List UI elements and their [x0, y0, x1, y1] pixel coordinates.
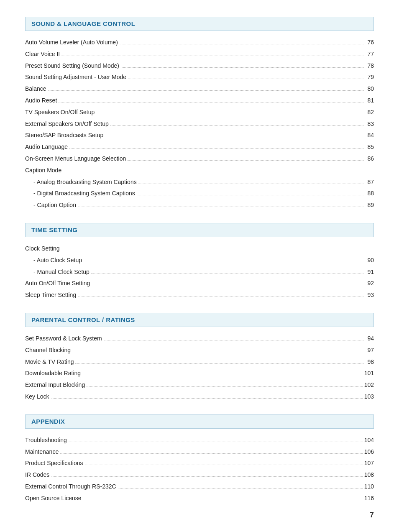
- toc-page-number: 78: [366, 61, 374, 71]
- toc-dots: [121, 67, 364, 68]
- section-header-time-setting: TIME SETTING: [25, 223, 374, 237]
- toc-dots: [110, 125, 364, 126]
- toc-item: Auto Volume Leveler (Auto Volume)76: [25, 37, 374, 49]
- toc-item: - Manual Clock Setup91: [25, 266, 374, 278]
- toc-dots: [69, 442, 363, 442]
- toc-page-number: 106: [364, 447, 374, 457]
- toc-dots: [91, 274, 364, 274]
- toc-page-number: 102: [364, 380, 374, 390]
- toc-dots: [60, 453, 362, 454]
- toc-item: Caption Mode: [25, 165, 374, 176]
- toc-dots: [128, 160, 364, 161]
- toc-item: Product Specifications107: [25, 458, 374, 469]
- toc-item: - Auto Clock Setup90: [25, 255, 374, 266]
- section-header-parental-control: PARENTAL CONTROL / RATINGS: [25, 313, 374, 327]
- toc-item-label: On-Screen Menus Language Selection: [25, 154, 126, 164]
- section-header-appendix: APPENDIX: [25, 414, 374, 429]
- toc-page-number: 92: [366, 279, 374, 289]
- toc-dots: [72, 352, 364, 352]
- section-parental-control: PARENTAL CONTROL / RATINGSSet Password &…: [25, 313, 374, 403]
- toc-item-label: TV Speakers On/Off Setup: [25, 107, 95, 118]
- toc-page-number: 76: [366, 38, 374, 48]
- toc-dots: [48, 90, 364, 91]
- toc-page-number: 84: [366, 130, 374, 141]
- toc-item-label: Stereo/SAP Broadcasts Setup: [25, 130, 103, 141]
- toc-page-number: 89: [366, 200, 374, 210]
- toc-item-label: External Speakers On/Off Setup: [25, 119, 109, 129]
- toc-item-label: Channel Blocking: [25, 345, 71, 356]
- toc-container: SOUND & LANGUAGE CONTROLAuto Volume Leve…: [25, 17, 374, 504]
- toc-item: - Caption Option89: [25, 200, 374, 211]
- toc-page-number: 91: [366, 267, 374, 277]
- toc-dots: [83, 500, 363, 500]
- toc-dots: [82, 375, 363, 375]
- toc-dots: [118, 488, 363, 489]
- section-time-setting: TIME SETTINGClock Setting- Auto Clock Se…: [25, 223, 374, 301]
- toc-item-label: - Digital Broadcasting System Captions: [25, 189, 135, 199]
- toc-item: Channel Blocking97: [25, 345, 374, 356]
- toc-page-number: 104: [364, 435, 374, 445]
- toc-dots: [137, 195, 364, 195]
- section-title-time-setting: TIME SETTING: [31, 226, 77, 233]
- toc-page-number: 80: [366, 84, 374, 94]
- section-title-parental-control: PARENTAL CONTROL / RATINGS: [31, 316, 135, 323]
- toc-page-number: 94: [366, 334, 374, 344]
- toc-item: IR Codes108: [25, 469, 374, 481]
- toc-item-label: Set Password & Lock System: [25, 334, 102, 344]
- toc-dots: [78, 297, 364, 297]
- toc-page-number: 97: [366, 345, 374, 356]
- toc-dots: [51, 398, 363, 399]
- toc-item: Audio Language85: [25, 141, 374, 153]
- section-header-sound-language: SOUND & LANGUAGE CONTROL: [25, 17, 374, 31]
- toc-item: Sound Setting Adjustment - User Mode79: [25, 72, 374, 83]
- toc-page-number: 79: [366, 72, 374, 82]
- toc-dots: [105, 137, 364, 137]
- toc-item-label: Downloadable Rating: [25, 368, 81, 379]
- section-appendix: APPENDIXTroubleshooting104Maintenance106…: [25, 414, 374, 504]
- toc-item: Auto On/Off Time Setting92: [25, 278, 374, 289]
- toc-item-label: Open Source License: [25, 494, 82, 504]
- toc-item: External Input Blocking102: [25, 379, 374, 391]
- toc-dots: [92, 285, 364, 285]
- toc-page-number: 88: [366, 189, 374, 199]
- section-title-appendix: APPENDIX: [31, 418, 65, 425]
- toc-item-label: Auto On/Off Time Setting: [25, 279, 90, 289]
- toc-item: Stereo/SAP Broadcasts Setup84: [25, 130, 374, 141]
- toc-item-label: Caption Mode: [25, 166, 61, 176]
- toc-item-label: - Analog Broadcasting System Captions: [25, 177, 137, 187]
- toc-page-number: 110: [364, 482, 374, 492]
- toc-dots: [78, 207, 364, 207]
- toc-item: Clear Voice II77: [25, 49, 374, 60]
- section-title-sound-language: SOUND & LANGUAGE CONTROL: [31, 20, 135, 27]
- section-sound-language: SOUND & LANGUAGE CONTROLAuto Volume Leve…: [25, 17, 374, 211]
- toc-page-number: 90: [366, 256, 374, 266]
- toc-item: External Speakers On/Off Setup83: [25, 118, 374, 130]
- toc-page-number: 108: [364, 470, 374, 480]
- toc-item-label: Auto Volume Leveler (Auto Volume): [25, 38, 118, 48]
- toc-item: Clock Setting: [25, 243, 374, 255]
- toc-item: External Control Through RS-232C110: [25, 481, 374, 493]
- toc-page-number: 86: [366, 154, 374, 164]
- toc-item: Maintenance106: [25, 446, 374, 458]
- toc-item: On-Screen Menus Language Selection86: [25, 153, 374, 165]
- toc-item: Open Source License116: [25, 493, 374, 504]
- toc-item: TV Speakers On/Off Setup82: [25, 107, 374, 118]
- toc-item-label: Audio Language: [25, 142, 68, 152]
- toc-item: - Digital Broadcasting System Captions88: [25, 188, 374, 200]
- toc-item: Troubleshooting104: [25, 435, 374, 446]
- toc-dots: [51, 476, 362, 477]
- toc-item: Sleep Timer Setting93: [25, 289, 374, 301]
- toc-item-label: Troubleshooting: [25, 435, 67, 445]
- toc-page-number: 103: [364, 392, 374, 402]
- toc-dots: [104, 340, 364, 340]
- toc-item-label: Balance: [25, 84, 46, 94]
- toc-item: Key Lock103: [25, 391, 374, 403]
- toc-item-label: - Manual Clock Setup: [25, 267, 90, 277]
- toc-dots: [84, 262, 364, 262]
- toc-item-label: External Control Through RS-232C: [25, 482, 116, 492]
- toc-item-label: Product Specifications: [25, 458, 83, 468]
- toc-item-label: Sleep Timer Setting: [25, 290, 76, 300]
- toc-dots: [138, 184, 364, 184]
- toc-item-label: Sound Setting Adjustment - User Mode: [25, 72, 126, 82]
- toc-item-label: Preset Sound Setting (Sound Mode): [25, 61, 119, 71]
